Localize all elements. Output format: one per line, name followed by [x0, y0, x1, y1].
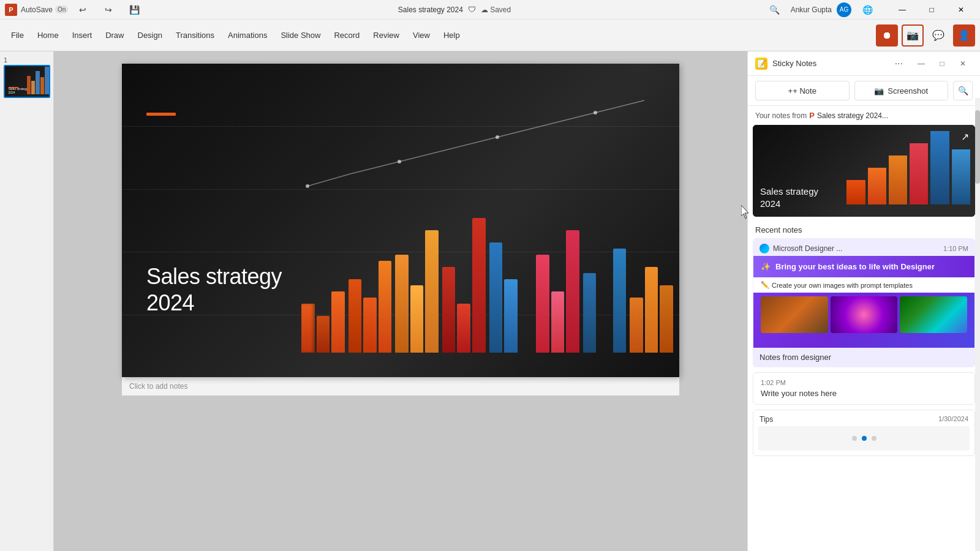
undo-btn[interactable]: ↩: [72, 0, 94, 21]
note-plain-header: 1:02 PM: [761, 379, 967, 386]
new-note-btn[interactable]: + + Note: [755, 81, 850, 100]
sticky-title-bar: 📝 Sticky Notes ··· — □ ✕: [748, 51, 980, 76]
tab-file[interactable]: File: [5, 24, 30, 47]
redo-btn[interactable]: ↪: [97, 0, 119, 21]
tab-insert[interactable]: Insert: [66, 24, 99, 47]
pencil-icon: ✏️: [761, 281, 769, 289]
shield-icon: 🛡: [468, 5, 476, 14]
notes-placeholder: Click to add notes: [129, 382, 187, 391]
slide-text: Sales strategy 2024: [146, 263, 282, 316]
bar: [457, 304, 470, 353]
bar: [349, 279, 362, 353]
mini-bar: [910, 143, 928, 204]
bar: [504, 279, 518, 353]
sticky-win-controls: — □ ✕: [911, 56, 973, 71]
mini-chart: [842, 125, 975, 217]
sticky-more-btn[interactable]: ···: [891, 57, 907, 70]
bar: [363, 298, 377, 353]
designer-sub: ✏️ Create your own images with prompt te…: [753, 277, 974, 293]
bar: [551, 291, 565, 353]
title-bar-center: Sales strategy 2024 🛡 ☁ Saved: [149, 5, 760, 14]
bar-group-1: [301, 291, 345, 353]
designer-note-card[interactable]: Microsoft Designer ... 1:10 PM ✨ Bring y…: [753, 238, 975, 367]
user-name: Ankur Gupta: [791, 6, 832, 14]
minimize-btn[interactable]: —: [888, 0, 916, 20]
edge-icon: [760, 244, 769, 253]
cloud-status: ☁ Saved: [481, 6, 511, 14]
tab-help[interactable]: Help: [437, 24, 466, 47]
comment-btn[interactable]: 💬: [927, 24, 949, 47]
presenter-btn[interactable]: 👤: [953, 24, 975, 47]
tab-design[interactable]: Design: [132, 24, 168, 47]
search-btn[interactable]: 🔍: [953, 81, 973, 100]
bar: [472, 218, 486, 353]
tips-dots: [852, 436, 876, 441]
screenshot-btn[interactable]: 📷 Screenshot: [854, 81, 949, 100]
bar: [660, 285, 673, 353]
slide-notes[interactable]: Click to add notes: [122, 377, 679, 395]
bar-group-8: [630, 267, 673, 353]
bar: [379, 261, 392, 353]
ppt-icon: P: [809, 111, 815, 120]
scrollbar-track: [975, 98, 980, 551]
record-btn[interactable]: ⏺: [876, 24, 898, 47]
bar: [645, 267, 658, 353]
expand-icon[interactable]: ↗: [961, 131, 969, 143]
tab-slideshow[interactable]: Slide Show: [274, 24, 326, 47]
slide-note-title: Sales strategy 2024: [760, 186, 818, 209]
tab-review[interactable]: Review: [367, 24, 405, 47]
tab-record[interactable]: Record: [328, 24, 366, 47]
title-bar-right: 🔍 Ankur Gupta AG 🌐 — □ ✕: [764, 0, 975, 21]
bar: [425, 230, 439, 353]
note-card-img: ✨ Bring your best ideas to life with Des…: [753, 256, 974, 348]
camera-icon: 📷: [874, 86, 884, 96]
scrollbar-thumb[interactable]: [975, 110, 980, 184]
ppt-area: 1 Sales strategy2024: [0, 51, 747, 551]
bar: [489, 242, 503, 353]
window-controls: — □ ✕: [888, 0, 975, 20]
note-card-body: Notes from designer: [753, 348, 974, 367]
notes-from-file: Sales strategy 2024...: [817, 111, 888, 120]
designer-img-2: [831, 296, 898, 333]
save-btn[interactable]: 💾: [123, 0, 145, 21]
tips-content-preview: [758, 426, 970, 451]
autosave-label: AutoSave: [21, 6, 53, 14]
plain-note-card[interactable]: 1:02 PM Write your notes here: [753, 372, 975, 405]
bar: [598, 304, 611, 353]
tips-dot: [852, 436, 857, 441]
camera-btn[interactable]: 📷: [902, 24, 924, 47]
tab-home[interactable]: Home: [31, 24, 65, 47]
designer-img-3: [900, 296, 967, 333]
tab-transitions[interactable]: Transitions: [170, 24, 221, 47]
slide-canvas[interactable]: Sales strategy 2024: [122, 64, 679, 377]
plain-note-text[interactable]: Write your notes here: [761, 389, 967, 398]
search-btn[interactable]: 🔍: [764, 0, 786, 21]
tab-draw[interactable]: Draw: [99, 24, 130, 47]
sticky-list[interactable]: Sales strategy 2024 ↗ Recent notes Micro…: [748, 125, 980, 551]
bar: [583, 273, 597, 353]
bar-group-3: [395, 230, 439, 353]
maximize-btn[interactable]: □: [918, 0, 946, 20]
slide-thumb-1[interactable]: Sales strategy2024: [4, 65, 50, 98]
app-icon: P: [5, 4, 17, 16]
tips-note-card[interactable]: Tips 1/30/2024: [753, 410, 975, 456]
designer-banner: ✨ Bring your best ideas to life with Des…: [753, 256, 974, 277]
bar: [442, 267, 456, 353]
sticky-close-btn[interactable]: ✕: [953, 56, 973, 71]
bar: [317, 316, 330, 353]
slide-note-bg: Sales strategy 2024 ↗: [753, 125, 975, 217]
slide-note-card[interactable]: Sales strategy 2024 ↗: [753, 125, 975, 217]
share-btn[interactable]: 🌐: [856, 0, 878, 21]
slide-canvas-area[interactable]: Sales strategy 2024 Click to add notes: [54, 51, 747, 551]
file-name: Sales strategy 2024: [398, 6, 463, 14]
close-btn[interactable]: ✕: [947, 0, 975, 20]
tab-animations[interactable]: Animations: [222, 24, 273, 47]
bar-group-7: [583, 249, 627, 353]
autosave-toggle[interactable]: On: [55, 6, 68, 13]
sticky-title-text: Sticky Notes: [772, 59, 886, 68]
autosave-area: AutoSave On: [21, 6, 68, 14]
tips-dot: [872, 436, 876, 441]
tab-view[interactable]: View: [407, 24, 436, 47]
sticky-minimize-btn[interactable]: —: [911, 56, 931, 71]
sticky-maximize-btn[interactable]: □: [932, 56, 952, 71]
